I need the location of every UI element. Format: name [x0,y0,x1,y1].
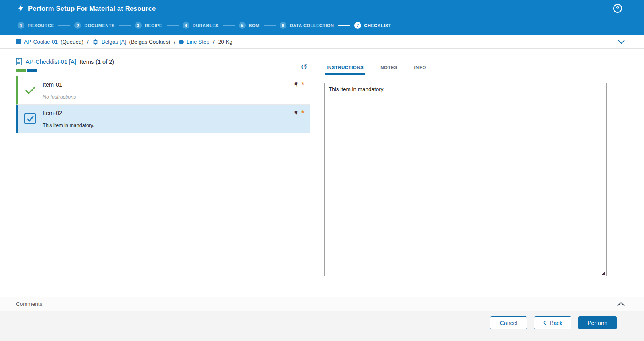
step-number-badge: 4 [183,22,189,29]
checklist-item-row[interactable]: Item-02 This item in mandatory. ☛ * [16,105,310,133]
item-checkbox[interactable] [24,113,36,124]
breadcrumb-separator: / [174,39,175,45]
checkbox-check-icon [27,116,34,122]
step-label: BOM [249,23,260,28]
detail-panel: INSTRUCTIONS NOTES INFO This item in man… [324,61,613,276]
required-asterisk-icon: * [301,110,304,116]
step-label: CHECKLIST [364,23,391,28]
cancel-button-label: Cancel [500,320,518,326]
breadcrumb-sfc-link[interactable]: AP-Cookie-01 [24,39,58,45]
stepper: 1 RESOURCE 2 DOCUMENTS 3 RECIPE 4 DURABL… [18,22,391,29]
breadcrumb-separator: / [87,39,89,45]
step-number-badge: 1 [18,22,24,29]
breadcrumb-separator: / [213,39,215,45]
step-label: DURABLES [193,23,219,28]
touch-hand-icon: ☛ [293,82,299,87]
checklist-panel: AP-Checklist-01 [A] Items (1 of 2) ↺ Ite… [16,58,310,133]
sfc-square-icon [16,39,21,44]
step-number-badge: 5 [239,22,246,29]
perform-button[interactable]: Perform [578,316,617,329]
stepper-step-resource[interactable]: 1 RESOURCE [18,22,54,29]
step-label: DATA COLLECTION [290,23,334,28]
progress-segment-current [27,69,37,72]
breadcrumb-operation-link[interactable]: Line Step [187,39,209,45]
touch-hand-icon: ☛ [293,110,299,116]
checklist-title: AP-Checklist-01 [A] [26,59,76,65]
comments-label: Comments: [16,301,44,307]
quantity-value: 20 Kg [218,39,232,45]
help-icon[interactable]: ? [613,4,622,13]
resize-handle[interactable] [602,271,605,275]
perform-button-label: Perform [587,320,607,326]
page-title: Perform Setup For Material at Resource [28,5,156,12]
checklist-items-list: Item-01 No Instructions ☛ * Item-02 This… [16,76,310,133]
step-connector [58,25,70,26]
sfc-status: (Queued) [61,39,83,45]
tab-notes[interactable]: NOTES [379,61,399,75]
item-status [18,105,43,133]
refresh-icon[interactable]: ↺ [301,63,307,71]
step-number-badge: 6 [280,22,286,29]
step-connector [167,25,179,26]
check-icon [25,87,35,94]
chevron-left-icon [543,320,546,325]
item-flags: ☛ * [293,76,310,104]
step-connector [264,25,276,26]
step-number-badge: 3 [135,22,142,29]
item-subtitle: This item in mandatory. [43,123,293,128]
back-button[interactable]: Back [534,316,571,329]
instructions-textarea[interactable]: This item in mandatory. [324,83,607,276]
step-connector [338,25,350,26]
breadcrumb: AP-Cookie-01 (Queued) / Belgas [A] (Belg… [0,35,644,49]
chevron-down-icon[interactable] [618,40,625,44]
step-label: RESOURCE [28,23,54,28]
footer-toolbar: Cancel Back Perform [0,311,644,341]
tab-info[interactable]: INFO [412,61,427,75]
step-label: DOCUMENTS [84,23,114,28]
stepper-step-data-collection[interactable]: 6 DATA COLLECTION [280,22,334,29]
item-subtitle: No Instructions [43,94,293,100]
operation-circle-icon [179,40,184,44]
checklist-icon [16,58,22,65]
detail-tabs: INSTRUCTIONS NOTES INFO [324,61,613,75]
item-flags: ☛ * [293,105,310,133]
step-connector [223,25,235,26]
panel-divider [319,62,319,287]
item-status [18,76,43,104]
step-number-badge: 2 [74,22,81,29]
material-description: (Belgas Cookies) [129,39,170,45]
app-header: Perform Setup For Material at Resource ?… [0,0,644,35]
step-connector [119,25,131,26]
checklist-progress-bar [16,69,310,72]
back-button-label: Back [550,320,562,326]
progress-segment-done [16,69,26,72]
stepper-step-documents[interactable]: 2 DOCUMENTS [74,22,114,29]
stepper-step-checklist[interactable]: 7 CHECKLIST [354,22,391,29]
instructions-area: This item in mandatory. [324,83,607,276]
material-icon [92,39,99,45]
checklist-item-row[interactable]: Item-01 No Instructions ☛ * [16,76,310,105]
checklist-items-count: Items (1 of 2) [80,59,114,65]
step-label: RECIPE [145,23,163,28]
tab-instructions[interactable]: INSTRUCTIONS [325,61,365,75]
stepper-step-recipe[interactable]: 3 RECIPE [135,22,163,29]
step-number-badge: 7 [354,22,361,29]
stepper-step-bom[interactable]: 5 BOM [239,22,260,29]
item-main: Item-02 This item in mandatory. [43,105,293,133]
required-asterisk-icon: * [301,81,304,88]
cancel-button[interactable]: Cancel [490,316,527,329]
checklist-header: AP-Checklist-01 [A] Items (1 of 2) ↺ [16,58,310,76]
breadcrumb-material-link[interactable]: Belgas [A] [102,39,126,45]
item-main: Item-01 No Instructions [43,76,293,104]
stepper-step-durables[interactable]: 4 DURABLES [183,22,219,29]
lightning-icon [18,4,24,12]
comments-bar: Comments: [0,297,644,311]
item-title: Item-01 [43,81,293,88]
item-title: Item-02 [43,110,293,116]
chevron-up-icon[interactable] [617,302,625,306]
